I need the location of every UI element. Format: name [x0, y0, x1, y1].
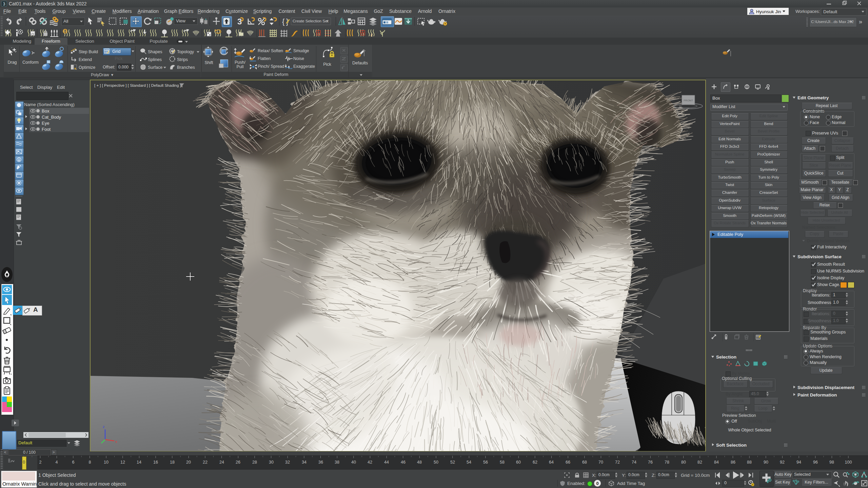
svg-text:x: x [115, 440, 117, 444]
svg-text:[ + ] [ Perspective ] [ Standa: [ + ] [ Perspective ] [ Standard ] [ Def… [94, 83, 181, 87]
svg-text:FRONT: FRONT [684, 99, 693, 102]
svg-text:z: z [103, 425, 105, 429]
svg-text:3: 3 [3, 2, 5, 6]
